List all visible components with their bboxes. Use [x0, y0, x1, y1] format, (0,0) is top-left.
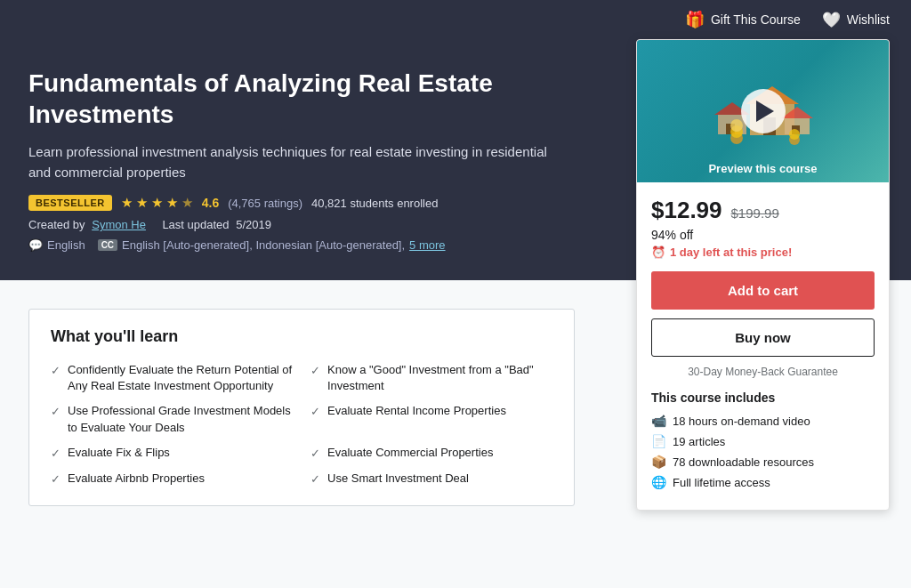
preview-label: Preview this course: [637, 162, 889, 175]
main-content: What you'll learn ✓ Confidently Evaluate…: [0, 280, 596, 556]
learn-grid: ✓ Confidently Evaluate the Return Potent…: [51, 362, 552, 487]
star-3: ★: [151, 195, 163, 211]
language-text: English: [47, 238, 85, 252]
includes-articles-text: 19 articles: [673, 435, 725, 448]
badges-row: BESTSELLER ★ ★ ★ ★ ★ 4.6 (4,765 ratings)…: [28, 195, 625, 211]
gift-label: Gift This Course: [711, 12, 801, 27]
urgency-text: 1 day left at this price!: [670, 246, 792, 259]
learn-item-text: Confidently Evaluate the Return Potentia…: [68, 362, 293, 394]
globe-icon: 🌐: [651, 475, 665, 489]
star-half: ★: [181, 195, 193, 211]
bestseller-badge: BESTSELLER: [28, 195, 112, 211]
course-subtitle: Learn professional investment analysis t…: [28, 142, 562, 182]
list-item: ✓ Use Smart Investment Deal: [310, 471, 552, 487]
heart-icon: 🤍: [822, 11, 841, 29]
buy-now-button[interactable]: Buy now: [651, 318, 875, 357]
gift-course-button[interactable]: 🎁 Gift This Course: [685, 10, 801, 29]
check-icon: ✓: [51, 404, 60, 420]
price-original: $199.99: [731, 205, 779, 221]
list-item: ✓ Evaluate Rental Income Properties: [310, 403, 552, 435]
includes-access-text: Full lifetime access: [673, 476, 770, 489]
students-count: 40,821 students enrolled: [311, 197, 438, 210]
list-item: ✓ Evaluate Fix & Flips: [51, 445, 293, 462]
includes-video-text: 18 hours on-demand video: [673, 415, 810, 428]
more-link[interactable]: 5 more: [409, 238, 445, 252]
hero-content: Fundamentals of Analyzing Real Estate In…: [28, 68, 625, 252]
check-icon: ✓: [51, 363, 60, 379]
created-by-label: Created by: [28, 218, 85, 231]
list-item: ✓ Use Professional Grade Investment Mode…: [51, 403, 293, 435]
check-icon: ✓: [310, 404, 320, 420]
card-body: $12.99 $199.99 94% off ⏰ 1 day left at t…: [637, 182, 889, 510]
wishlist-label: Wishlist: [847, 12, 890, 27]
rating-count: (4,765 ratings): [228, 197, 302, 210]
check-icon: ✓: [51, 446, 60, 462]
course-includes-title: This course includes: [651, 391, 875, 405]
includes-list: 📹 18 hours on-demand video 📄 19 articles…: [651, 414, 875, 489]
urgency-row: ⏰ 1 day left at this price!: [651, 246, 875, 259]
updated-date: 5/2019: [236, 218, 271, 231]
svg-point-11: [730, 119, 743, 132]
play-button[interactable]: [741, 89, 786, 133]
list-item: ✓ Confidently Evaluate the Return Potent…: [51, 362, 293, 394]
stars-row: ★ ★ ★ ★ ★: [121, 195, 193, 211]
add-to-cart-button[interactable]: Add to cart: [651, 271, 875, 310]
star-2: ★: [136, 195, 148, 211]
guarantee-text: 30-Day Money-Back Guarantee: [651, 366, 875, 378]
preview-thumb[interactable]: Preview this course: [637, 40, 889, 182]
header-bar: 🎁 Gift This Course 🤍 Wishlist: [0, 0, 911, 39]
check-icon: ✓: [310, 471, 320, 487]
learn-item-text: Know a "Good" Investment from a "Bad" In…: [327, 362, 552, 394]
price-row: $12.99 $199.99: [651, 197, 875, 224]
list-item: ✓ Evaluate Airbnb Properties: [51, 471, 293, 487]
sidebar-card: Preview this course $12.99 $199.99 94% o…: [636, 39, 890, 511]
learn-box: What you'll learn ✓ Confidently Evaluate…: [28, 309, 575, 506]
learn-item-text: Use Smart Investment Deal: [327, 471, 469, 487]
learn-item-text: Evaluate Airbnb Properties: [68, 471, 205, 487]
learn-item-text: Evaluate Fix & Flips: [68, 445, 170, 461]
captions-item: CC English [Auto-generated], Indonesian …: [98, 238, 446, 252]
star-4: ★: [166, 195, 178, 211]
lang-row: 💬 English CC English [Auto-generated], I…: [28, 238, 625, 252]
play-triangle: [756, 101, 774, 122]
video-icon: 📹: [651, 414, 665, 428]
discount-row: 94% off: [651, 228, 875, 242]
list-item: ✓ Know a "Good" Investment from a "Bad" …: [310, 362, 552, 394]
course-title: Fundamentals of Analyzing Real Estate In…: [28, 68, 625, 130]
cc-badge: CC: [98, 239, 117, 251]
list-item: 📹 18 hours on-demand video: [651, 414, 875, 428]
author-name[interactable]: Symon He: [92, 218, 146, 231]
list-item: 🌐 Full lifetime access: [651, 475, 875, 489]
includes-resources-text: 78 downloadable resources: [673, 455, 814, 469]
download-icon: 📦: [651, 455, 665, 469]
list-item: 📦 78 downloadable resources: [651, 455, 875, 469]
star-1: ★: [121, 195, 133, 211]
meta-row: Created by Symon He Last updated 5/2019: [28, 218, 625, 231]
speech-bubble-icon: 💬: [28, 238, 43, 252]
svg-point-13: [789, 129, 800, 140]
check-icon: ✓: [51, 471, 60, 487]
rating-value: 4.6: [202, 196, 219, 210]
learn-item-text: Use Professional Grade Investment Models…: [68, 403, 293, 435]
gift-icon: 🎁: [685, 10, 705, 29]
learn-item-text: Evaluate Rental Income Properties: [327, 403, 506, 419]
hero-section: Fundamentals of Analyzing Real Estate In…: [0, 39, 911, 280]
wishlist-button[interactable]: 🤍 Wishlist: [822, 11, 890, 29]
language-item: 💬 English: [28, 238, 85, 252]
captions-text: English [Auto-generated], Indonesian [Au…: [122, 238, 405, 252]
clock-icon: ⏰: [651, 246, 665, 259]
check-icon: ✓: [310, 363, 320, 379]
learn-item-text: Evaluate Commercial Properties: [327, 445, 493, 461]
article-icon: 📄: [651, 434, 665, 448]
price-current: $12.99: [651, 197, 722, 224]
learn-title: What you'll learn: [51, 327, 552, 346]
check-icon: ✓: [310, 446, 320, 462]
list-item: ✓ Evaluate Commercial Properties: [310, 445, 552, 462]
list-item: 📄 19 articles: [651, 434, 875, 448]
updated-label: Last updated: [162, 218, 229, 231]
